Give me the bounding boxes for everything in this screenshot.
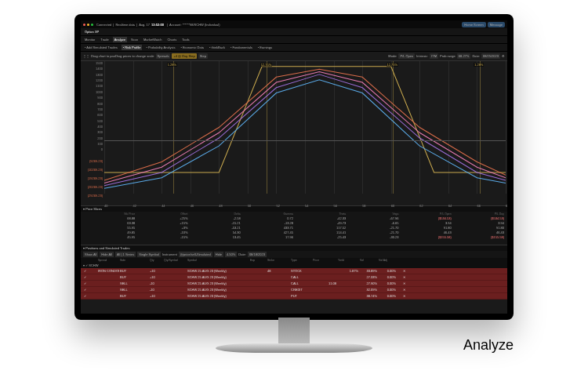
positions-panel: Show All Hide All All | 1 Series Single … [81, 251, 507, 299]
position-row[interactable]: ✓SELL-10SCHW 25 AUG 23 (Weekly)CREDIT32.… [81, 287, 507, 293]
symbol-row: Option XP [81, 28, 507, 36]
app-screen: Connected | Realtime data | Aug. 17 13:5… [81, 20, 507, 314]
subtab-add-simulated-trades[interactable]: • Add Simulated Trades [83, 45, 119, 50]
conn-status: Connected [96, 23, 111, 27]
sub-tabs: • Add Simulated Trades• Risk Profile• Pr… [81, 44, 507, 52]
tab-analyze[interactable]: Analyze [113, 37, 127, 42]
single-symbol-button[interactable]: Single Symbol [137, 252, 161, 257]
monitor-frame: Connected | Realtime data | Aug. 17 13:5… [74, 14, 514, 320]
prob-range-value[interactable]: 68.27% [457, 53, 471, 59]
tab-charts[interactable]: Charts [165, 37, 178, 42]
minimize-icon[interactable] [87, 24, 89, 26]
date-short: Aug. 17 [139, 23, 150, 27]
step-button[interactable]: Step [198, 53, 208, 59]
prob-marker: 1.28% [474, 63, 484, 67]
position-row[interactable]: ✓BUY+10SCHW 25 AUG 23 (Weekly)CALL27.33%… [81, 274, 507, 281]
chart-curves [104, 61, 506, 194]
prob-marker: 12.75% [387, 63, 399, 67]
tab-monitor[interactable]: Monitor [83, 37, 96, 42]
subtab-economic-data[interactable]: • Economic Data [179, 45, 205, 50]
position-row[interactable]: ✓BUY+10SCHW 25 AUG 23 (Weekly)PUT38.74%0… [81, 293, 507, 299]
grip-icon[interactable]: ⋮⋮ [83, 54, 89, 58]
positions-header[interactable]: ▾ Positions and Simulated Trades [81, 245, 507, 251]
subtab-probability-analysis[interactable]: • Probability Analysis [144, 45, 176, 50]
close-icon[interactable] [83, 24, 85, 26]
prob-hide[interactable]: Hide [214, 252, 223, 257]
spreads-button[interactable]: Spreads [156, 53, 171, 59]
pos-date-label: Date: [238, 252, 246, 256]
drag-hint: Drag chart to panDrag prices to change s… [91, 54, 154, 58]
caption-text: Analyze [463, 337, 514, 354]
tab-marketwatch[interactable]: MarketWatch [142, 37, 163, 42]
price-slice-row[interactable]: 45.95-15%13.4517.96-25.43-30.23($155.58)… [81, 234, 507, 239]
message-button[interactable]: Message [488, 22, 505, 27]
subtab-fundamentals[interactable]: • Fundamentals [229, 45, 254, 50]
prob-range-label: Prob range [440, 54, 456, 58]
instrument-label: Instrument [162, 252, 177, 256]
positions-toolbar: Show All Hide All All | 1 Series Single … [81, 251, 507, 258]
account-label[interactable]: Account: ******98/SCHW (Individual) [169, 23, 220, 27]
chart-toolbar: ⋮⋮ Drag chart to panDrag prices to chang… [81, 52, 507, 60]
intrinsic-label: Intrinsic: [416, 54, 428, 58]
tab-tools[interactable]: Tools [180, 37, 191, 42]
subtab-thinkback[interactable]: • thinkBack [208, 45, 227, 50]
mode-label: Mode: [388, 54, 397, 58]
date-select[interactable]: 08/25/2023 [481, 53, 500, 59]
title-bar: Connected | Realtime data | Aug. 17 13:5… [81, 20, 507, 28]
intrinsic-select[interactable]: ITM [430, 53, 438, 59]
subtab-risk-profile[interactable]: • Risk Profile [122, 45, 143, 50]
main-tabs: MonitorTradeAnalyzeScanMarketWatchCharts… [81, 36, 507, 44]
symbol-field[interactable]: Option XP [83, 29, 100, 34]
prob-value[interactable]: 4.50% [225, 252, 237, 257]
show-all-button[interactable]: Show All [83, 252, 98, 257]
series-filter[interactable]: All | 1 Series [115, 252, 136, 257]
monitor-stand-neck [278, 318, 310, 345]
risk-profile-chart[interactable]: 1500140013001200110010009008007006005004… [81, 60, 507, 205]
prob-marker: 1.28% [167, 63, 177, 67]
tab-scan[interactable]: Scan [129, 37, 140, 42]
price-slices-table: Stk PriceOffsetDeltaGammaThetaVegaP/L Op… [81, 212, 507, 245]
gear-icon[interactable]: ⚙ [502, 54, 505, 58]
home-button[interactable]: Home Screen [462, 22, 485, 27]
monitor-stand-base [216, 343, 372, 353]
mode-select[interactable]: P/L Open [398, 53, 415, 59]
group-row[interactable]: ▾ ✓ SCHW [81, 263, 507, 268]
realtime-label: Realtime data [115, 23, 135, 27]
position-row[interactable]: ✓SELL-10SCHW 25 AUG 23 (Weekly)CALL11.08… [81, 281, 507, 287]
position-row[interactable]: ✓IRON CONDORBUY+10SCHW 25 AUG 23 (Weekly… [81, 268, 507, 274]
maximize-icon[interactable] [91, 24, 93, 26]
clock: 13:52:00 [151, 23, 164, 27]
instrument-value[interactable]: @price/sell-Simulated [179, 252, 212, 257]
prob-marker: 12.75% [260, 63, 273, 67]
pos-date-select[interactable]: 08/18/2023 [248, 252, 267, 257]
y-axis: 1500140013001200110010009008007006005004… [81, 61, 104, 205]
date-label: Date: [472, 54, 480, 58]
window-controls[interactable] [83, 24, 93, 26]
price-slices-header[interactable]: ▾ Price Slices [81, 205, 507, 212]
hide-all-button[interactable]: Hide All [100, 252, 114, 257]
tab-trade[interactable]: Trade [99, 37, 110, 42]
subtab-earnings[interactable]: • Earnings [256, 45, 274, 50]
day-step-chip[interactable]: +4 @ Day Step [172, 53, 196, 59]
